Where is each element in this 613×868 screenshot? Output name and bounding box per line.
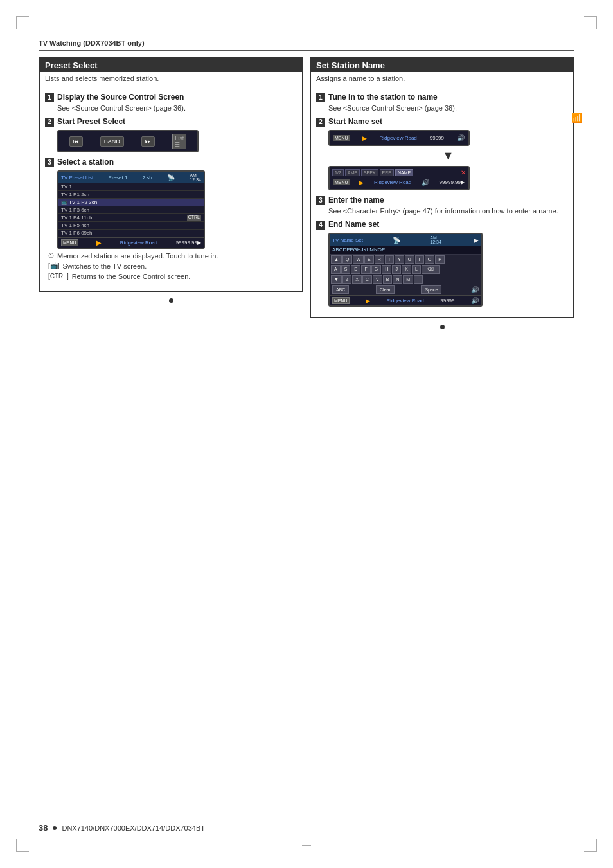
antenna-signal-icon: 📡 <box>167 174 175 181</box>
name-set-screen-1: MENU ▶ Ridgeview Road 99999 🔊 <box>328 130 470 146</box>
note-2: [📺] Switches to the TV screen. <box>48 262 297 270</box>
key-a[interactable]: A <box>331 265 341 274</box>
right-step-4-header: 4 End Name set <box>316 220 568 230</box>
set-station-name-title: Set Station Name <box>311 59 573 72</box>
kb-abc-btn[interactable]: ABC <box>332 285 349 294</box>
tv-list-row-3[interactable]: TV 1 P3 6ch <box>58 206 204 214</box>
key-l[interactable]: L <box>412 265 421 274</box>
kb-entered-text: ABCDEFGHJKLMNOP <box>332 247 385 253</box>
key-w[interactable]: W <box>353 255 364 264</box>
key-b[interactable]: B <box>383 275 393 284</box>
key-z[interactable]: Z <box>342 275 351 284</box>
page-header-title: TV Watching (DDX7034BT only) <box>39 39 145 47</box>
left-step-1-header: 1 Display the Source Control Screen <box>45 93 297 102</box>
tv-list-row-4[interactable]: TV 1 P4 11ch CTRL <box>58 214 204 222</box>
key-q[interactable]: Q <box>342 255 352 264</box>
key-h[interactable]: H <box>382 265 391 274</box>
close-icon[interactable]: ✕ <box>461 169 466 176</box>
tab-seek[interactable]: SEEK <box>361 169 378 176</box>
right-step-2-num: 2 <box>316 118 325 127</box>
next-btn[interactable]: ⏭ <box>141 136 155 147</box>
preset-select-body: 1 Display the Source Control Screen See … <box>40 87 302 291</box>
kb-clear-btn[interactable]: Clear <box>376 285 395 294</box>
road-text-3: Ridgeview Road <box>374 179 411 185</box>
left-step-1-title: Display the Source Control Screen <box>57 93 184 102</box>
set-station-name-intro: Assigns a name to a station. <box>311 72 573 82</box>
kb-footer-row: ABC Clear Space 🔊 <box>330 284 481 295</box>
right-step-4: 4 End Name set TV Name Set 📡 AM12:34 ▶ <box>316 220 568 307</box>
preset-screen-mockup: ⏮ BAND ⏭ List☰ <box>57 130 199 152</box>
tab-ame[interactable]: AME <box>345 169 360 176</box>
corner-mark-tl <box>16 16 29 29</box>
tv-list-row-6[interactable]: TV 1 P6 09ch <box>58 230 204 237</box>
key-f[interactable]: F <box>361 265 370 274</box>
key-t[interactable]: T <box>385 255 394 264</box>
kb-menu-btn[interactable]: MENU <box>332 297 350 304</box>
tv-screen-header: TV Preset List Preset 1 2 sh 📡 AM12:34 <box>58 172 204 183</box>
kb-road-text: Ridgeview Road <box>387 298 424 303</box>
kb-speaker-icon: 🔊 <box>471 286 479 293</box>
right-step-3-header: 3 Enter the name <box>316 195 568 205</box>
key-down[interactable]: ▼ <box>331 275 342 284</box>
key-n[interactable]: N <box>393 275 402 284</box>
prev-btn[interactable]: ⏮ <box>69 136 83 147</box>
key-u[interactable]: U <box>405 255 414 264</box>
tv-screen-footer: MENU ▶ Ridgeview Road 99999.99▶ <box>58 237 204 248</box>
key-s[interactable]: S <box>341 265 351 274</box>
kb-space-btn[interactable]: Space <box>421 285 441 294</box>
tab-12[interactable]: 1/2 <box>332 169 344 176</box>
tv-list-row-2[interactable]: 📺 TV 1 P2 3ch <box>58 199 204 206</box>
tv-list-row-0[interactable]: TV 1 <box>58 183 204 191</box>
preset-select-section: Preset Select Lists and selects memorize… <box>39 57 303 292</box>
key-v[interactable]: V <box>373 275 382 284</box>
key-backspace[interactable]: ⌫ <box>422 265 440 274</box>
left-column: Preset Select Lists and selects memorize… <box>39 57 303 333</box>
tab-name[interactable]: NAME <box>395 169 413 176</box>
key-r[interactable]: R <box>375 255 384 264</box>
set-station-name-section: Set Station Name Assigns a name to a sta… <box>310 57 574 318</box>
key-shift[interactable]: ▲ <box>331 255 342 264</box>
left-step-2-title: Start Preset Select <box>57 117 125 126</box>
tv-list-row-1[interactable]: TV 1 P1 2ch <box>58 191 204 199</box>
key-k[interactable]: K <box>402 265 411 274</box>
band-btn[interactable]: BAND <box>100 136 124 147</box>
kb-row-2: A S D F G H J K L ⌫ <box>330 264 481 275</box>
note-3: [CTRL] Returns to the Source Control scr… <box>48 273 297 280</box>
key-p[interactable]: P <box>435 255 445 264</box>
right-step-1-title: Tune in to the station to name <box>328 93 438 102</box>
key-i[interactable]: I <box>415 255 424 264</box>
time-display: AM12:34 <box>190 173 201 182</box>
list-icon[interactable]: List☰ <box>172 134 186 149</box>
key-x[interactable]: X <box>352 275 362 284</box>
right-step-2-title: Start Name set <box>328 117 382 126</box>
note-list: ① Memorized stations are displayed. Touc… <box>48 252 297 280</box>
key-dash[interactable]: - <box>414 275 423 284</box>
menu-btn-2[interactable]: MENU <box>333 135 350 141</box>
right-step-4-num: 4 <box>316 221 325 230</box>
left-section-dot <box>39 298 303 303</box>
left-step-3-title: Select a station <box>57 158 114 167</box>
right-section-dot <box>310 325 574 329</box>
menu-btn[interactable]: MENU <box>61 239 78 246</box>
right-step-1: 1 Tune in to the station to name See <So… <box>316 93 568 112</box>
left-step-1-num: 1 <box>45 93 54 102</box>
key-d[interactable]: D <box>351 265 360 274</box>
kb-speaker-icon-2: 🔊 <box>471 297 479 304</box>
key-c[interactable]: C <box>362 275 372 284</box>
kb-arrow: ▶ <box>366 298 370 304</box>
key-g[interactable]: G <box>371 265 381 274</box>
key-m[interactable]: M <box>403 275 413 284</box>
arrow-icon: ▶ <box>96 239 102 246</box>
key-o[interactable]: O <box>425 255 434 264</box>
page-number: 38 <box>39 823 48 833</box>
key-e[interactable]: E <box>364 255 374 264</box>
tv-list-row-5[interactable]: TV 1 P5 4ch <box>58 222 204 230</box>
key-j[interactable]: J <box>392 265 401 274</box>
left-step-3-num: 3 <box>45 158 54 167</box>
key-y[interactable]: Y <box>395 255 404 264</box>
tv-list-header-left: TV Preset List <box>61 175 93 181</box>
menu-btn-3[interactable]: MENU <box>333 179 350 185</box>
tab-pre[interactable]: PRE <box>380 169 394 176</box>
set-station-name-body: 1 Tune in to the station to name See <So… <box>311 87 573 317</box>
arrow-icon-2: ▶ <box>362 135 367 141</box>
